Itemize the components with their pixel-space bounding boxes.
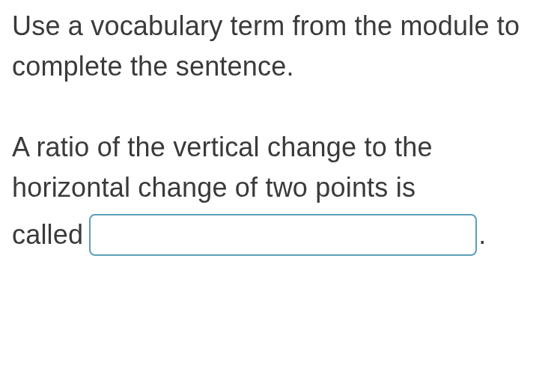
question-block: A ratio of the vertical change to the ho… bbox=[12, 127, 545, 256]
answer-input[interactable] bbox=[89, 214, 477, 256]
question-line-1: A ratio of the vertical change to the bbox=[12, 127, 545, 168]
period: . bbox=[478, 215, 486, 255]
instruction-text: Use a vocabulary term from the module to… bbox=[12, 6, 545, 87]
exercise-content: Use a vocabulary term from the module to… bbox=[12, 6, 545, 256]
question-line-2: horizontal change of two points is bbox=[12, 168, 545, 208]
question-line-3: called . bbox=[12, 214, 545, 256]
question-text-called: called bbox=[12, 215, 83, 255]
